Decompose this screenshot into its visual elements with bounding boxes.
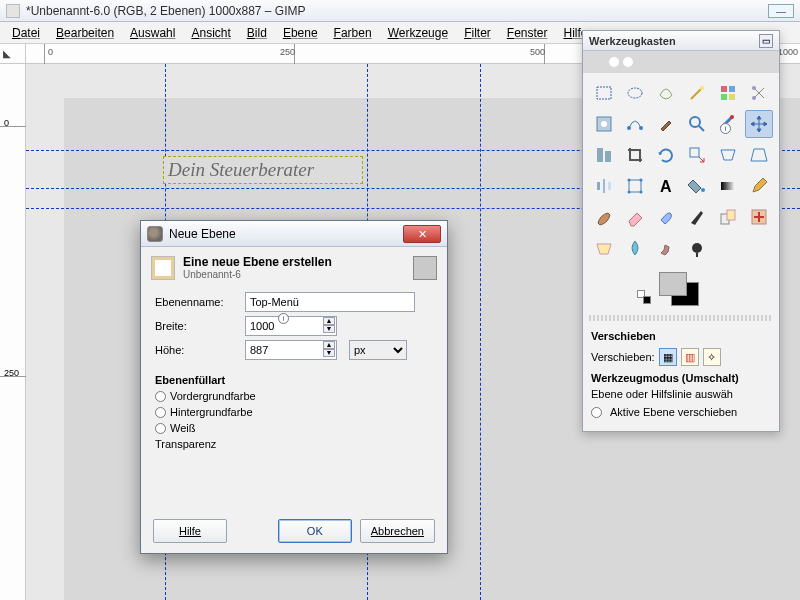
svg-point-12 [639, 126, 643, 130]
svg-point-20 [627, 191, 630, 194]
menu-datei[interactable]: Datei [4, 24, 48, 42]
gradient-icon[interactable] [714, 172, 742, 200]
wand-icon[interactable] [683, 79, 711, 107]
menu-ebene[interactable]: Ebene [275, 24, 326, 42]
svg-point-1 [628, 88, 642, 98]
guide-vertical[interactable] [480, 64, 481, 600]
ruler-h-250: 250 [280, 47, 295, 57]
unit-select[interactable]: px [349, 340, 407, 360]
paths-icon[interactable] [621, 110, 649, 138]
pencil-icon[interactable] [745, 172, 773, 200]
menu-farben[interactable]: Farben [326, 24, 380, 42]
svg-rect-5 [721, 94, 727, 100]
tool-options: Verschieben Verschieben: ▦ ▥ ✧ Werkzeugm… [583, 324, 779, 430]
svg-rect-6 [729, 94, 735, 100]
perspective-clone-icon[interactable] [590, 234, 618, 262]
clone-icon[interactable] [714, 203, 742, 231]
menu-werkzeuge[interactable]: Werkzeuge [380, 24, 456, 42]
svg-point-10 [601, 121, 607, 127]
ellipse-select-icon[interactable] [621, 79, 649, 107]
zoom-icon[interactable] [683, 110, 711, 138]
mode-selection-icon[interactable]: ▥ [681, 348, 699, 366]
layer-icon [151, 256, 175, 280]
ruler-v-0: 0 [4, 118, 9, 128]
smudge-icon[interactable] [652, 234, 680, 262]
tool-options-title: Verschieben [591, 330, 771, 342]
dialog-title: Neue Ebene [169, 227, 236, 241]
menu-bild[interactable]: Bild [239, 24, 275, 42]
dodge-icon[interactable] [683, 234, 711, 262]
brush-icon[interactable] [590, 203, 618, 231]
fill-type-title: Ebenenfüllart [155, 374, 433, 386]
mode-path-icon[interactable]: ✧ [703, 348, 721, 366]
svg-point-18 [627, 179, 630, 182]
ok-button[interactable]: OK [278, 519, 352, 543]
svg-rect-24 [721, 182, 735, 190]
shear-icon[interactable] [714, 141, 742, 169]
ruler-h-0: 0 [48, 47, 53, 57]
height-spin-down[interactable]: ▼ [323, 349, 335, 357]
fill-transparent-radio[interactable]: Transparenz [155, 438, 433, 450]
ruler-corner[interactable] [0, 44, 26, 64]
fill-white-radio[interactable]: Weiß [155, 422, 433, 434]
fill-foreground-radio[interactable]: Vordergrundfarbe [155, 390, 433, 402]
dialog-color-swatch[interactable] [413, 256, 437, 280]
heal-icon[interactable] [745, 203, 773, 231]
rect-select-icon[interactable] [590, 79, 618, 107]
menu-auswahl[interactable]: Auswahl [122, 24, 183, 42]
airbrush-icon[interactable] [652, 203, 680, 231]
foreground-select-icon[interactable] [590, 110, 618, 138]
dialog-heading: Eine neue Ebene erstellen [183, 255, 332, 269]
align-icon[interactable] [590, 141, 618, 169]
mode-layer-icon[interactable]: ▦ [659, 348, 677, 366]
radio-pick-layer[interactable]: Ebene oder Hilfslinie auswäh [591, 388, 771, 400]
ink-icon[interactable] [683, 203, 711, 231]
panel-separator[interactable] [589, 315, 773, 321]
help-button[interactable]: Hilfe [153, 519, 227, 543]
menu-fenster[interactable]: Fenster [499, 24, 556, 42]
dialog-close-button[interactable]: ✕ [403, 225, 441, 243]
height-spin-up[interactable]: ▲ [323, 341, 335, 349]
layer-name-label: Ebenenname: [155, 296, 239, 308]
color-picker-icon[interactable] [652, 110, 680, 138]
svg-rect-26 [727, 210, 735, 220]
toolbox-header[interactable]: Werkzeugkasten ▭ [583, 31, 779, 51]
layer-name-input[interactable] [245, 292, 415, 312]
wilber-strip [583, 51, 779, 73]
fg-color-swatch[interactable] [659, 272, 687, 296]
height-label: Höhe: [155, 344, 239, 356]
fill-background-radio[interactable]: Hintergrundfarbe [155, 406, 433, 418]
dialog-titlebar[interactable]: Neue Ebene ✕ [141, 221, 447, 247]
window-minimize-button[interactable]: — [768, 4, 794, 18]
crop-icon[interactable] [621, 141, 649, 169]
svg-point-2 [700, 86, 704, 90]
toolbox-close-button[interactable]: ▭ [759, 34, 773, 48]
move-icon[interactable] [745, 110, 773, 138]
svg-point-11 [627, 126, 631, 130]
bycolor-icon[interactable] [714, 79, 742, 107]
gimp-icon [147, 226, 163, 242]
blur-icon[interactable] [621, 234, 649, 262]
menu-ansicht[interactable]: Ansicht [183, 24, 238, 42]
flip-icon[interactable] [590, 172, 618, 200]
cage-icon[interactable] [621, 172, 649, 200]
scissors-icon[interactable] [745, 79, 773, 107]
rotate-icon[interactable] [652, 141, 680, 169]
ruler-vertical[interactable]: 0 250 [0, 64, 26, 600]
svg-point-7 [752, 86, 756, 90]
lasso-icon[interactable] [652, 79, 680, 107]
radio-active-layer[interactable]: Aktive Ebene verschieben [591, 406, 771, 418]
width-spin-down[interactable]: ▼ [323, 325, 335, 333]
color-swatches[interactable] [583, 268, 779, 312]
perspective-icon[interactable] [745, 141, 773, 169]
menu-filter[interactable]: Filter [456, 24, 499, 42]
text-selection[interactable]: Dein Steuerberater [163, 156, 363, 184]
scale-icon[interactable] [683, 141, 711, 169]
width-spin-up[interactable]: ▲ [323, 317, 335, 325]
text-icon[interactable]: A [652, 172, 680, 200]
eraser-icon[interactable] [621, 203, 649, 231]
cancel-button[interactable]: Abbrechen [360, 519, 435, 543]
menu-bearbeiten[interactable]: Bearbeiten [48, 24, 122, 42]
bucket-icon[interactable] [683, 172, 711, 200]
ruler-h-500: 500 [530, 47, 545, 57]
